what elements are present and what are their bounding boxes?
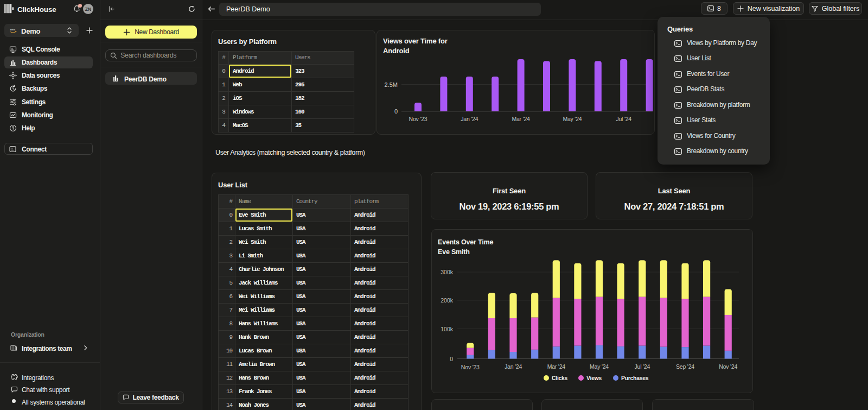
svg-text:100k: 100k — [441, 326, 454, 332]
svg-text:Jul '24: Jul '24 — [634, 363, 650, 370]
svg-text:Mar '24: Mar '24 — [512, 116, 530, 122]
svg-text:0: 0 — [450, 356, 453, 362]
svg-text:Purchases: Purchases — [621, 375, 649, 381]
svg-text:Nov '23: Nov '23 — [409, 116, 427, 122]
svg-text:Jan '24: Jan '24 — [461, 116, 478, 122]
svg-text:Nov '24: Nov '24 — [719, 363, 737, 370]
svg-text:May '24: May '24 — [563, 116, 582, 122]
svg-text:Jan '24: Jan '24 — [505, 363, 522, 370]
svg-text:Jul '24: Jul '24 — [616, 116, 631, 122]
svg-text:2.5M: 2.5M — [385, 81, 398, 88]
svg-text:200k: 200k — [441, 297, 454, 304]
svg-text:Nov '23: Nov '23 — [461, 364, 480, 370]
svg-text:Mar '24: Mar '24 — [547, 363, 566, 370]
svg-text:May '24: May '24 — [590, 363, 609, 370]
svg-text:Sep '24: Sep '24 — [676, 363, 694, 370]
svg-text:Clicks: Clicks — [552, 375, 568, 381]
svg-text:0: 0 — [394, 108, 398, 115]
svg-text:Views: Views — [586, 375, 602, 381]
svg-text:aws: aws — [10, 28, 15, 31]
svg-text:300k: 300k — [441, 269, 454, 275]
